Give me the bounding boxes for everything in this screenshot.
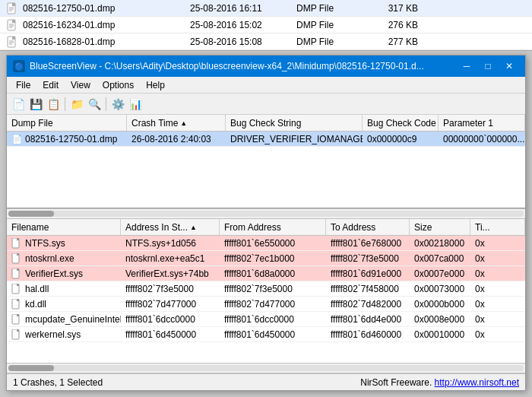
driver-table-row[interactable]: NTFS.sys NTFS.sys+1d056 fffff801`6e55000… (7, 236, 525, 251)
app-icon: 🔵 (13, 60, 25, 72)
minimize-button[interactable]: ─ (457, 59, 477, 74)
lower-hscroll-track[interactable] (8, 365, 524, 371)
col-dump-file[interactable]: Dump File (7, 115, 127, 131)
cell-dl-size: 0x0000b000 (410, 297, 470, 311)
col-from-address[interactable]: From Address (220, 219, 326, 235)
cell-dl-to-address: fffff802`7f458000 (326, 281, 410, 296)
menu-item-help[interactable]: Help (140, 77, 171, 93)
driver-file-icon (11, 299, 22, 310)
nirsoft-link[interactable]: http://www.nirsoft.net (435, 377, 519, 388)
cell-dl-filename: VerifierExt.sys (7, 266, 121, 281)
cell-dl-filename: kd.dll (7, 297, 121, 311)
svg-rect-24 (17, 299, 19, 301)
cell-dl-filename: ntoskrnl.exe (7, 251, 121, 265)
cell-dl-ti: 0x (470, 236, 525, 250)
toolbar-separator-2 (106, 97, 106, 111)
cell-dl-ti: 0x (470, 327, 525, 341)
driver-table-row[interactable]: mcupdate_GenuineIntel.dll fffff801`6dcc0… (7, 312, 525, 327)
cell-dl-size: 0x0008e000 (410, 312, 470, 326)
cell-dl-ti: 0x (470, 297, 525, 311)
svg-rect-28 (17, 329, 19, 332)
maximize-button[interactable]: □ (478, 59, 498, 74)
cell-dl-from-address: fffff801`6dcc0000 (220, 312, 326, 326)
close-button[interactable]: ✕ (499, 59, 519, 74)
cell-dl-address-in-st: fffff801`6dcc0000 (121, 312, 220, 326)
svg-rect-18 (17, 253, 19, 256)
cell-dl-to-address: fffff801`6dd4e000 (326, 312, 410, 326)
col-bug-check-code[interactable]: Bug Check Code (363, 115, 439, 131)
col-crash-time[interactable]: Crash Time ▲ (127, 115, 226, 131)
toolbar-btn-2[interactable]: 💾 (27, 96, 44, 113)
cell-dl-size: 0x0007e000 (410, 266, 470, 281)
menu-item-edit[interactable]: Edit (36, 77, 65, 93)
menu-item-view[interactable]: View (65, 77, 97, 93)
cell-dl-to-address: fffff802`7d482000 (326, 297, 410, 311)
crash-table-header: Dump File Crash Time ▲ Bug Check String … (7, 115, 525, 132)
explorer-type: DMP File (296, 20, 365, 30)
toolbar-btn-1[interactable]: 📄 (10, 96, 27, 113)
cell-crash-time: 26-08-2016 2:40:03 (127, 132, 226, 146)
upper-hscrollbar[interactable] (7, 208, 525, 219)
driver-table-row[interactable]: ntoskrnl.exe ntoskrnl.exe+ea5c1 fffff802… (7, 251, 525, 266)
menu-item-options[interactable]: Options (97, 77, 140, 93)
driver-file-icon (11, 238, 22, 249)
svg-rect-11 (12, 37, 15, 40)
cell-parameter1: 00000000`000000... (439, 132, 525, 146)
driver-table-row[interactable]: hal.dll fffff802`7f3e5000 fffff802`7f3e5… (7, 281, 525, 297)
toolbar: 📄 💾 📋 📁 🔍 ⚙️ 📊 (7, 94, 525, 115)
driver-file-icon (11, 329, 22, 340)
lower-hscrollbar[interactable] (7, 363, 525, 373)
explorer-filename: 082516-16828-01.dmp (23, 37, 190, 47)
col-filename[interactable]: Filename (7, 219, 121, 235)
crash-table-row[interactable]: 📄 082516-12750-01.dmp 26-08-2016 2:40:03… (7, 132, 525, 147)
cell-dl-to-address: fffff801`6d460000 (326, 327, 410, 341)
col-parameter1[interactable]: Parameter 1 (439, 115, 525, 131)
title-bar: 🔵 BlueScreenView - C:\Users\Adity\Deskto… (7, 56, 525, 77)
window-controls: ─ □ ✕ (457, 59, 519, 74)
explorer-filename: 082516-16234-01.dmp (23, 20, 190, 30)
explorer-size: 277 KB (365, 37, 418, 47)
toolbar-btn-7[interactable]: 📊 (127, 96, 144, 113)
hscroll-thumb[interactable] (8, 211, 54, 217)
cell-dl-from-address: fffff801`6d450000 (220, 327, 326, 341)
lower-hscroll-thumb[interactable] (8, 365, 54, 371)
driver-file-icon (11, 253, 22, 264)
driver-table-row[interactable]: werkernel.sys fffff801`6d450000 fffff801… (7, 327, 525, 342)
status-bar: 1 Crashes, 1 Selected NirSoft Freeware. … (7, 373, 525, 390)
explorer-file-row[interactable]: 082516-16828-01.dmp 25-08-2016 15:08 DMP… (0, 33, 532, 50)
col-size[interactable]: Size (410, 219, 470, 235)
col-to-address[interactable]: To Address (326, 219, 410, 235)
explorer-file-row[interactable]: 082516-16234-01.dmp 25-08-2016 15:02 DMP… (0, 17, 532, 33)
toolbar-btn-5[interactable]: 🔍 (86, 96, 103, 113)
cell-dl-address-in-st: fffff802`7f3e5000 (121, 281, 220, 296)
cell-dl-from-address: fffff802`7d477000 (220, 297, 326, 311)
status-text: 1 Crashes, 1 Selected (13, 377, 103, 388)
toolbar-btn-6[interactable]: ⚙️ (109, 96, 126, 113)
svg-rect-22 (17, 284, 19, 286)
svg-rect-1 (12, 3, 15, 6)
cell-dl-filename: NTFS.sys (7, 236, 121, 250)
cell-dl-ti: 0x (470, 266, 525, 281)
cell-dl-address-in-st: ntoskrnl.exe+ea5c1 (121, 251, 220, 265)
svg-rect-20 (17, 268, 19, 271)
explorer-panel: 082516-12750-01.dmp 25-08-2016 16:11 DMP… (0, 0, 532, 51)
cell-dl-from-address: fffff802`7f3e5000 (220, 281, 326, 296)
col-address-in-st[interactable]: Address In St... ▲ (121, 219, 220, 235)
window-title: BlueScreenView - C:\Users\Adity\Desktop\… (30, 61, 457, 71)
toolbar-btn-4[interactable]: 📁 (68, 96, 85, 113)
cell-dl-filename: mcupdate_GenuineIntel.dll (7, 312, 121, 326)
col-ti[interactable]: Ti... (470, 219, 525, 235)
cell-dl-size: 0x00218000 (410, 236, 470, 250)
desktop: 082516-12750-01.dmp 25-08-2016 16:11 DMP… (0, 0, 532, 397)
cell-dl-ti: 0x (470, 251, 525, 265)
driver-table-row[interactable]: VerifierExt.sys VerifierExt.sys+74bb fff… (7, 266, 525, 281)
toolbar-btn-3[interactable]: 📋 (45, 96, 62, 113)
menu-item-file[interactable]: File (10, 77, 36, 93)
explorer-file-row[interactable]: 082516-12750-01.dmp 25-08-2016 16:11 DMP… (0, 0, 532, 17)
svg-rect-6 (12, 20, 15, 23)
svg-rect-26 (17, 314, 19, 316)
driver-table-row[interactable]: kd.dll fffff802`7d477000 fffff802`7d4770… (7, 297, 525, 312)
hscroll-track[interactable] (8, 211, 524, 217)
col-bug-check-string[interactable]: Bug Check String (226, 115, 363, 131)
svg-rect-16 (17, 238, 19, 240)
